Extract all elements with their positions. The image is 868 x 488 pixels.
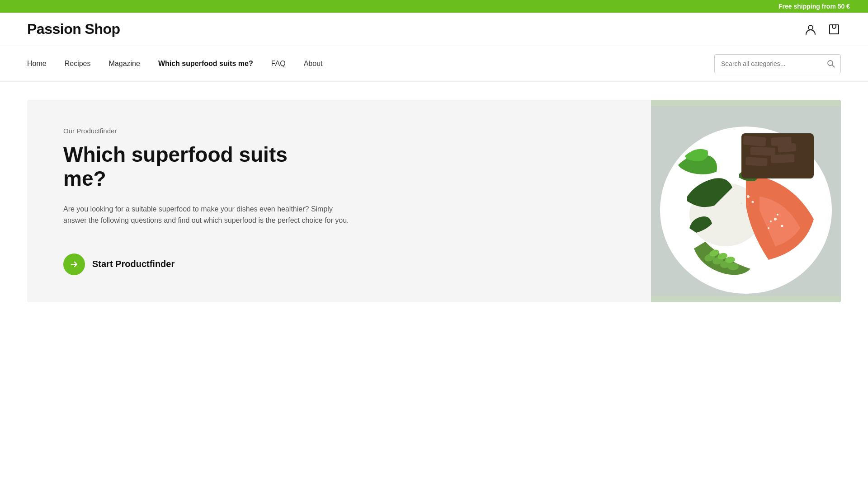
svg-point-26 xyxy=(747,195,750,198)
hero-description: Are you looking for a suitable superfood… xyxy=(63,203,353,226)
start-btn-label: Start Productfinder xyxy=(92,259,175,269)
svg-point-8 xyxy=(781,225,783,227)
header: Passion Shop xyxy=(0,13,868,46)
start-productfinder-button[interactable]: Start Productfinder xyxy=(63,253,615,275)
nav-home[interactable]: Home xyxy=(27,60,47,68)
nav-recipes[interactable]: Recipes xyxy=(65,60,91,68)
svg-point-0 xyxy=(808,25,813,30)
svg-line-3 xyxy=(832,65,835,67)
top-banner: Free shipping from 50 € xyxy=(0,0,868,13)
svg-point-11 xyxy=(770,221,772,222)
food-bowl-image xyxy=(651,100,841,302)
hero-label: Our Productfinder xyxy=(63,127,615,135)
hero-content: Our Productfinder Which superfood suits … xyxy=(27,100,651,302)
svg-point-28 xyxy=(741,202,742,204)
svg-point-27 xyxy=(752,201,754,203)
banner-text: Free shipping from 50 € xyxy=(778,3,850,10)
svg-point-7 xyxy=(774,218,777,221)
svg-point-10 xyxy=(777,214,778,216)
nav-magazine[interactable]: Magazine xyxy=(109,60,140,68)
svg-rect-24 xyxy=(745,157,768,166)
search-icon xyxy=(827,60,835,68)
hero-section: Our Productfinder Which superfood suits … xyxy=(27,100,841,302)
nav-about[interactable]: About xyxy=(304,60,323,68)
svg-rect-23 xyxy=(778,143,796,152)
hero-title: Which superfood suits me? xyxy=(63,143,316,191)
arrow-right-icon xyxy=(69,259,79,269)
nav-superfood[interactable]: Which superfood suits me? xyxy=(158,60,253,68)
nav-links: Home Recipes Magazine Which superfood su… xyxy=(27,60,323,68)
svg-rect-1 xyxy=(830,25,839,34)
svg-point-9 xyxy=(768,227,769,229)
search-button[interactable] xyxy=(821,55,840,73)
search-input[interactable] xyxy=(715,55,821,73)
svg-rect-25 xyxy=(771,154,795,163)
logo[interactable]: Passion Shop xyxy=(27,21,120,38)
start-btn-circle xyxy=(63,253,85,275)
user-icon[interactable] xyxy=(804,23,817,36)
svg-rect-22 xyxy=(750,147,775,156)
navigation: Home Recipes Magazine Which superfood su… xyxy=(0,46,868,82)
search-box xyxy=(714,54,841,73)
cart-icon[interactable] xyxy=(827,23,841,36)
header-icons xyxy=(804,23,841,36)
nav-faq[interactable]: FAQ xyxy=(271,60,286,68)
hero-image xyxy=(651,100,841,302)
